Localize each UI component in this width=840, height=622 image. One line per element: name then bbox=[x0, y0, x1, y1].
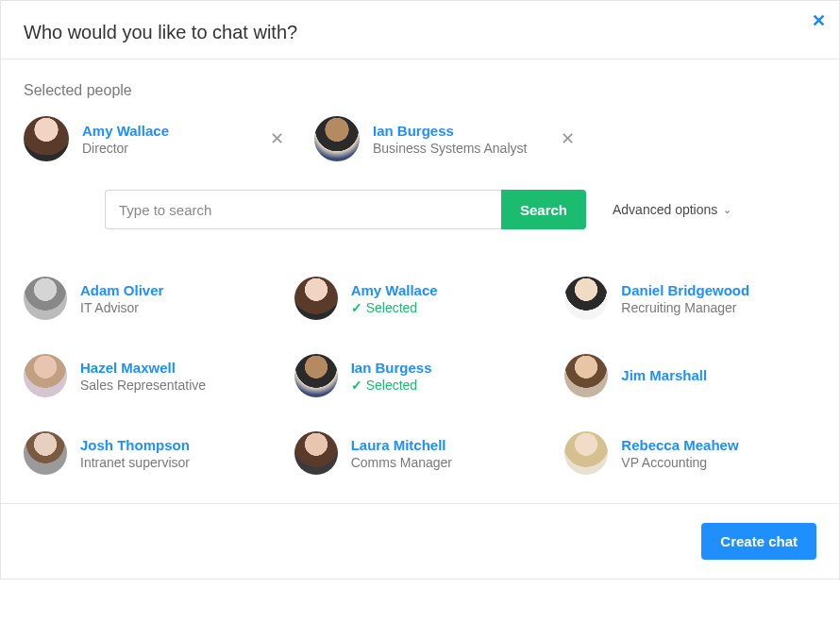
person-item[interactable]: Rebecca Meahew VP Accounting bbox=[564, 431, 816, 475]
chip-text: Amy Wallace Director bbox=[82, 123, 253, 156]
person-name: Laura Mitchell bbox=[351, 437, 452, 453]
check-icon: ✓ bbox=[351, 378, 362, 393]
person-item[interactable]: Laura Mitchell Comms Manager bbox=[294, 431, 546, 475]
person-role: Comms Manager bbox=[351, 455, 452, 470]
person-name: Josh Thompson bbox=[80, 437, 190, 453]
avatar bbox=[24, 277, 67, 320]
chevron-down-icon: ⌄ bbox=[723, 204, 731, 216]
person-name: Ian Burgess bbox=[351, 360, 432, 376]
selected-label: Selected bbox=[366, 300, 417, 315]
search-button[interactable]: Search bbox=[501, 190, 586, 229]
person-text: Ian Burgess ✓ Selected bbox=[351, 360, 432, 393]
person-item[interactable]: Jim Marshall bbox=[564, 354, 816, 397]
person-text: Amy Wallace ✓ Selected bbox=[351, 282, 438, 315]
chip-text: Ian Burgess Business Systems Analyst bbox=[373, 123, 544, 156]
remove-icon[interactable]: ✕ bbox=[557, 125, 579, 153]
avatar bbox=[294, 431, 338, 475]
create-chat-button[interactable]: Create chat bbox=[701, 523, 816, 560]
person-role: IT Advisor bbox=[80, 300, 163, 315]
person-role: Director bbox=[82, 141, 253, 156]
avatar bbox=[564, 354, 608, 397]
person-name: Daniel Bridgewood bbox=[621, 282, 749, 298]
selected-badge: ✓ Selected bbox=[351, 300, 438, 315]
selected-people-label: Selected people bbox=[24, 82, 816, 99]
person-item[interactable]: Hazel Maxwell Sales Representative bbox=[24, 354, 276, 397]
person-item[interactable]: Josh Thompson Intranet supervisor bbox=[24, 431, 276, 475]
person-item[interactable]: Daniel Bridgewood Recruiting Manager bbox=[564, 277, 816, 320]
avatar bbox=[24, 354, 67, 397]
advanced-options-label: Advanced options bbox=[613, 202, 717, 217]
advanced-options-link[interactable]: Advanced options ⌄ bbox=[613, 202, 731, 217]
avatar bbox=[314, 116, 360, 161]
person-role: Business Systems Analyst bbox=[373, 141, 544, 156]
avatar bbox=[24, 116, 69, 161]
selected-label: Selected bbox=[366, 378, 417, 393]
selected-people-row: Amy Wallace Director ✕ Ian Burgess Busin… bbox=[24, 116, 816, 161]
modal-title: Who would you like to chat with? bbox=[24, 22, 816, 43]
person-name: Adam Oliver bbox=[80, 282, 163, 298]
search-row: Search Advanced options ⌄ bbox=[24, 190, 816, 229]
person-item[interactable]: Adam Oliver IT Advisor bbox=[24, 277, 276, 320]
search-group: Search bbox=[105, 190, 586, 229]
selected-chip: Amy Wallace Director ✕ bbox=[24, 116, 288, 161]
person-item[interactable]: Amy Wallace ✓ Selected bbox=[294, 277, 546, 320]
person-name: Rebecca Meahew bbox=[621, 437, 738, 453]
avatar bbox=[24, 431, 67, 475]
remove-icon[interactable]: ✕ bbox=[266, 125, 288, 153]
selected-chip: Ian Burgess Business Systems Analyst ✕ bbox=[314, 116, 579, 161]
person-name: Ian Burgess bbox=[373, 123, 544, 139]
person-role: Intranet supervisor bbox=[80, 455, 190, 470]
person-item[interactable]: Ian Burgess ✓ Selected bbox=[294, 354, 546, 397]
person-text: Laura Mitchell Comms Manager bbox=[351, 437, 452, 470]
person-role: Sales Representative bbox=[80, 378, 206, 393]
avatar bbox=[294, 354, 338, 397]
people-grid: Adam Oliver IT Advisor Amy Wallace ✓ Sel… bbox=[24, 277, 816, 475]
avatar bbox=[564, 277, 608, 320]
chat-picker-modal: Who would you like to chat with? ✕ Selec… bbox=[0, 0, 840, 580]
search-input[interactable] bbox=[105, 190, 501, 229]
person-text: Adam Oliver IT Advisor bbox=[80, 282, 163, 315]
person-role: Recruiting Manager bbox=[621, 300, 749, 315]
modal-footer: Create chat bbox=[1, 503, 839, 579]
person-name: Amy Wallace bbox=[351, 282, 438, 298]
person-name: Amy Wallace bbox=[82, 123, 253, 139]
person-name: Hazel Maxwell bbox=[80, 360, 206, 376]
avatar bbox=[564, 431, 608, 475]
person-role: VP Accounting bbox=[621, 455, 738, 470]
person-text: Rebecca Meahew VP Accounting bbox=[621, 437, 738, 470]
selected-badge: ✓ Selected bbox=[351, 378, 432, 393]
person-text: Hazel Maxwell Sales Representative bbox=[80, 360, 206, 393]
avatar bbox=[294, 277, 338, 320]
person-text: Josh Thompson Intranet supervisor bbox=[80, 437, 190, 470]
check-icon: ✓ bbox=[351, 300, 362, 315]
close-icon[interactable]: ✕ bbox=[808, 8, 830, 33]
person-text: Daniel Bridgewood Recruiting Manager bbox=[621, 282, 749, 315]
person-name: Jim Marshall bbox=[621, 367, 707, 383]
person-text: Jim Marshall bbox=[621, 367, 707, 385]
modal-body: Selected people Amy Wallace Director ✕ I… bbox=[1, 59, 839, 503]
modal-header: Who would you like to chat with? ✕ bbox=[1, 1, 839, 59]
